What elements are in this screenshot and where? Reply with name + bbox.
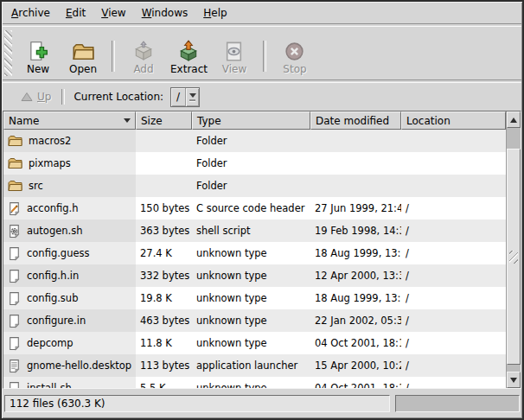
- file-row-config.sub[interactable]: config.sub19.8 Kunknown type18 Aug 1999,…: [3, 287, 506, 309]
- file-name: config.h.in: [27, 270, 79, 282]
- file-row-configure.in[interactable]: configure.in463 bytesunknown type22 Jan …: [3, 309, 506, 332]
- cell-date: [310, 130, 401, 152]
- cell-name: configure.in: [3, 309, 136, 332]
- cell-name: install-sh: [3, 377, 136, 388]
- status-message-panel: 112 files (630.3 K): [4, 395, 390, 412]
- stop-icon: [284, 38, 305, 62]
- column-header-location[interactable]: Location: [401, 111, 506, 130]
- cell-type: C source code header: [192, 197, 310, 220]
- file-name: configure.in: [27, 315, 86, 327]
- file-name: pixmaps: [29, 157, 71, 169]
- document-icon: [7, 314, 22, 328]
- cell-name: src: [3, 175, 136, 197]
- cell-name: gnome-hello.desktop: [3, 354, 136, 377]
- vertical-scrollbar[interactable]: [506, 111, 521, 388]
- menu-windows[interactable]: Windows: [134, 3, 196, 22]
- cell-date: 04 Oct 2001, 18:12: [310, 332, 401, 354]
- cell-size: 11.8 K: [136, 332, 192, 354]
- view-button: View: [212, 37, 257, 77]
- extract-button[interactable]: Extract: [166, 37, 212, 77]
- menu-edit[interactable]: Edit: [58, 3, 93, 22]
- cell-type: unknown type: [192, 309, 310, 332]
- file-name: depcomp: [27, 337, 73, 349]
- column-header-label: Type: [197, 115, 221, 127]
- cell-size: [136, 130, 192, 152]
- extract-icon: [177, 38, 200, 62]
- file-row-acconfig.h[interactable]: acconfig.h150 bytesC source code header2…: [3, 197, 506, 220]
- cell-type: application launcher: [192, 354, 310, 377]
- column-header-name[interactable]: Name: [3, 111, 136, 130]
- cell-location: /: [401, 354, 506, 377]
- scrollbar-thumb[interactable]: [507, 149, 521, 365]
- scrollbar-down-button[interactable]: [507, 372, 521, 388]
- up-button-label: Up: [37, 91, 51, 103]
- new-button[interactable]: New: [16, 37, 61, 77]
- combo-dropdown-icon: [185, 88, 199, 106]
- cell-name: macros2: [3, 130, 136, 152]
- archive-manager-window: ArchiveEditViewWindowsHelp NewOpenAddExt…: [0, 0, 524, 420]
- folder-icon: [7, 134, 23, 148]
- file-row-autogen.sh[interactable]: autogen.sh363 bytesshell script19 Feb 19…: [3, 220, 506, 242]
- cell-size: 19.8 K: [136, 287, 192, 309]
- file-row-pixmaps[interactable]: pixmapsFolder: [3, 152, 506, 175]
- cell-name: autogen.sh: [3, 220, 136, 242]
- file-name: config.guess: [27, 247, 90, 259]
- toolbar-separator: [263, 41, 266, 72]
- up-button: Up: [16, 89, 58, 105]
- cell-name: acconfig.h: [3, 197, 136, 220]
- open-button[interactable]: Open: [61, 37, 105, 77]
- cell-date: 18 Aug 1999, 13:53: [310, 287, 401, 309]
- up-icon: [21, 92, 33, 102]
- cell-type: unknown type: [192, 242, 310, 264]
- cell-size: 27.4 K: [136, 242, 192, 264]
- document-icon: [7, 336, 22, 351]
- cell-location: /: [401, 264, 506, 287]
- arrow-up-icon: [510, 118, 517, 123]
- cell-size: 150 bytes: [136, 197, 192, 220]
- cell-type: unknown type: [192, 377, 310, 388]
- file-row-macros2[interactable]: macros2Folder: [3, 130, 506, 152]
- cell-type: unknown type: [192, 332, 310, 354]
- cell-size: 332 bytes: [136, 264, 192, 287]
- cell-type: Folder: [192, 152, 310, 175]
- cell-size: 463 bytes: [136, 309, 192, 332]
- cell-name: config.h.in: [3, 264, 136, 287]
- menu-help[interactable]: Help: [195, 3, 234, 22]
- cell-date: 12 Apr 2000, 13:36: [310, 264, 401, 287]
- location-combo[interactable]: /: [170, 87, 200, 107]
- file-row-src[interactable]: srcFolder: [3, 175, 506, 197]
- file-row-config.h.in[interactable]: config.h.in332 bytesunknown type12 Apr 2…: [3, 264, 506, 287]
- separator: [61, 89, 65, 105]
- location-combo-value: /: [171, 88, 185, 106]
- cell-location: /: [401, 242, 506, 264]
- column-header-label: Size: [141, 115, 163, 127]
- cell-size: 113 bytes: [136, 354, 192, 377]
- column-header-date-modified[interactable]: Date modified: [310, 111, 401, 130]
- document-icon: [7, 291, 22, 306]
- cell-location: /: [401, 377, 506, 388]
- toolbar: NewOpenAddExtractViewStop: [2, 27, 522, 80]
- cell-date: 27 Jun 1999, 21:49: [310, 197, 401, 220]
- cell-size: 5.5 K: [136, 377, 192, 388]
- file-row-install-sh[interactable]: install-sh5.5 Kunknown type04 Oct 2001, …: [3, 377, 506, 388]
- cell-location: [401, 130, 506, 152]
- status-bar: 112 files (630.3 K): [2, 389, 522, 418]
- file-row-config.guess[interactable]: config.guess27.4 Kunknown type18 Aug 199…: [3, 242, 506, 264]
- cell-date: [310, 175, 401, 197]
- cell-date: 18 Aug 1999, 13:53: [310, 242, 401, 264]
- toolbar-drag-handle[interactable]: [4, 30, 12, 76]
- scrollbar-track[interactable]: [507, 128, 521, 372]
- menu-view[interactable]: View: [93, 3, 133, 22]
- file-row-gnome-hello.desktop[interactable]: gnome-hello.desktop113 bytesapplication …: [3, 354, 506, 377]
- file-name: src: [29, 180, 43, 192]
- column-header-size[interactable]: Size: [136, 111, 192, 130]
- file-row-depcomp[interactable]: depcomp11.8 Kunknown type04 Oct 2001, 18…: [3, 332, 506, 354]
- scrollbar-up-button[interactable]: [507, 111, 521, 128]
- column-header-type[interactable]: Type: [192, 111, 310, 130]
- menu-archive[interactable]: Archive: [3, 3, 58, 22]
- file-name: config.sub: [27, 292, 78, 304]
- table-header: NameSizeTypeDate modifiedLocation: [3, 111, 506, 130]
- file-list: NameSizeTypeDate modifiedLocation macros…: [3, 111, 521, 389]
- file-name: autogen.sh: [27, 225, 82, 237]
- cell-location: /: [401, 287, 506, 309]
